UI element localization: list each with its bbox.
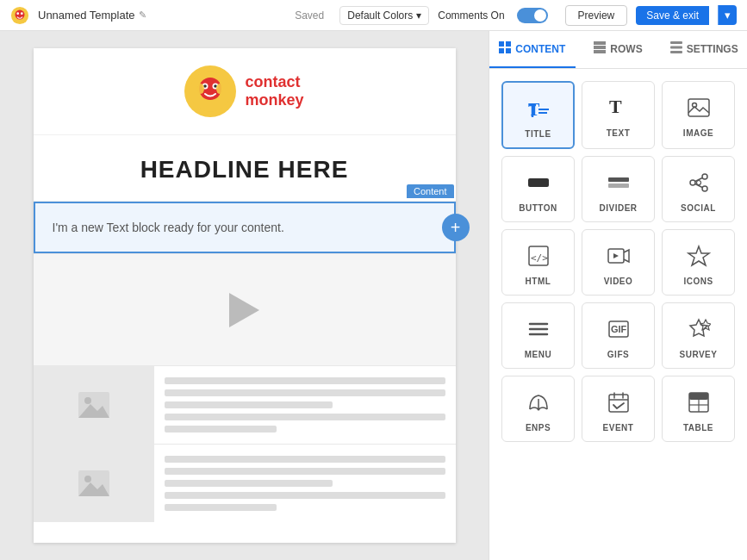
add-block-button[interactable]: +: [442, 214, 470, 241]
tab-content-label: CONTENT: [515, 43, 565, 55]
canvas-col-lines-2: [154, 445, 456, 522]
svg-marker-49: [688, 246, 709, 265]
content-item-text-label: TEXT: [607, 128, 631, 138]
panel-tabs: CONTENT ROWS SETTINGS: [489, 31, 747, 69]
tab-rows-label: ROWS: [610, 43, 642, 55]
canvas-col-image-1[interactable]: [34, 366, 154, 444]
text-line: [165, 480, 333, 487]
svg-point-44: [696, 181, 700, 185]
image-placeholder-icon: [78, 392, 109, 418]
content-item-menu[interactable]: MENU: [501, 302, 575, 369]
svg-rect-23: [594, 46, 606, 49]
text-line: [165, 414, 445, 420]
video-icon: [607, 242, 631, 270]
content-item-gifs-label: GIFS: [607, 350, 629, 359]
canvas-area: contact monkey HEADLINE HERE Content I'm…: [0, 31, 489, 560]
social-icon: [687, 169, 711, 196]
content-item-image-label: IMAGE: [683, 128, 713, 138]
svg-rect-22: [594, 41, 606, 45]
content-item-event[interactable]: EVENT: [582, 376, 655, 442]
event-icon: [607, 389, 631, 416]
content-item-divider[interactable]: DIVIDER: [582, 156, 655, 222]
image-icon: [687, 94, 711, 121]
app-logo-icon: [10, 6, 29, 25]
text-line: [165, 468, 445, 475]
text-line: [165, 401, 333, 408]
tab-rows[interactable]: ROWS: [576, 31, 662, 68]
text-block-content: I'm a new Text block ready for your cont…: [35, 203, 454, 252]
content-item-title-label: TITLE: [525, 129, 551, 139]
content-item-divider-label: DIVIDER: [599, 203, 637, 213]
headline-text: HEADLINE HERE: [51, 156, 439, 184]
svg-rect-20: [499, 48, 504, 53]
logo-text-contact: contact: [245, 73, 303, 91]
text-line: [165, 389, 445, 396]
content-item-icons-label: ICONS: [683, 277, 713, 286]
html-icon: </>: [526, 242, 551, 270]
svg-point-58: [537, 408, 539, 411]
right-panel: CONTENT ROWS SETTINGS T: [489, 31, 747, 560]
content-item-enps[interactable]: ENPS: [501, 376, 575, 442]
content-item-video[interactable]: VIDEO: [582, 229, 655, 296]
svg-rect-64: [689, 393, 708, 400]
tab-content[interactable]: CONTENT: [489, 31, 576, 68]
canvas-col-image-2[interactable]: [34, 445, 154, 522]
text-line: [165, 377, 445, 384]
content-item-html[interactable]: </> HTML: [501, 229, 575, 296]
edit-title-icon[interactable]: ✎: [139, 9, 146, 21]
svg-rect-27: [670, 51, 682, 53]
content-item-survey[interactable]: SURVEY: [662, 302, 735, 369]
svg-rect-37: [608, 177, 629, 182]
svg-point-41: [702, 186, 707, 191]
svg-text:</>: </>: [531, 252, 548, 264]
logo-group: contact monkey: [184, 65, 303, 117]
save-exit-dropdown-button[interactable]: ▾: [718, 5, 737, 25]
svg-point-3: [21, 12, 23, 15]
content-item-text[interactable]: T TEXT: [582, 81, 655, 149]
template-title[interactable]: Unnamed Template ✎: [38, 9, 146, 22]
svg-marker-48: [613, 253, 619, 258]
video-play-icon: [229, 293, 259, 327]
tab-settings[interactable]: SETTINGS: [661, 31, 747, 68]
title-icon: T: [526, 95, 551, 122]
svg-point-13: [84, 397, 91, 404]
svg-rect-24: [594, 50, 606, 53]
content-item-icons[interactable]: ICONS: [662, 229, 735, 296]
preview-button[interactable]: Preview: [565, 5, 628, 26]
content-item-title[interactable]: T TITLE: [501, 81, 575, 149]
content-item-social[interactable]: SOCIAL: [662, 156, 735, 222]
content-item-gifs[interactable]: GIF GIFS: [582, 302, 655, 369]
colors-dropdown[interactable]: Default Colors ▾: [339, 6, 429, 25]
content-item-image[interactable]: IMAGE: [662, 81, 735, 149]
chevron-down-icon: ▾: [416, 9, 421, 22]
content-item-button-label: BUTTON: [519, 203, 557, 213]
button-icon: [526, 169, 551, 196]
text-icon: T: [607, 94, 631, 121]
save-exit-button[interactable]: Save & exit: [636, 6, 709, 25]
content-item-button[interactable]: BUTTON: [501, 156, 575, 222]
comments-toggle[interactable]: [517, 8, 548, 23]
email-canvas: contact monkey HEADLINE HERE Content I'm…: [34, 48, 456, 543]
content-item-menu-label: MENU: [525, 350, 551, 359]
icons-icon: [687, 242, 711, 270]
survey-icon: [687, 315, 711, 343]
svg-point-16: [84, 476, 91, 482]
text-line: [165, 504, 277, 511]
canvas-two-col-row-2: [34, 444, 456, 522]
content-item-table[interactable]: TABLE: [662, 376, 735, 442]
svg-rect-21: [506, 48, 511, 53]
main-layout: contact monkey HEADLINE HERE Content I'm…: [0, 31, 747, 560]
menu-icon: [526, 315, 551, 343]
saved-status: Saved: [295, 9, 324, 22]
image-placeholder-icon-2: [78, 470, 109, 496]
svg-point-2: [16, 12, 19, 15]
canvas-logo-section: contact monkey: [34, 48, 456, 135]
table-icon: [687, 389, 711, 416]
svg-rect-18: [499, 41, 504, 47]
canvas-video-section[interactable]: [34, 253, 456, 365]
divider-icon: [607, 169, 631, 196]
svg-rect-34: [688, 99, 709, 116]
canvas-headline-section[interactable]: HEADLINE HERE: [34, 135, 456, 202]
canvas-text-block[interactable]: Content I'm a new Text block ready for y…: [34, 202, 456, 253]
canvas-col-lines-1: [154, 366, 456, 444]
